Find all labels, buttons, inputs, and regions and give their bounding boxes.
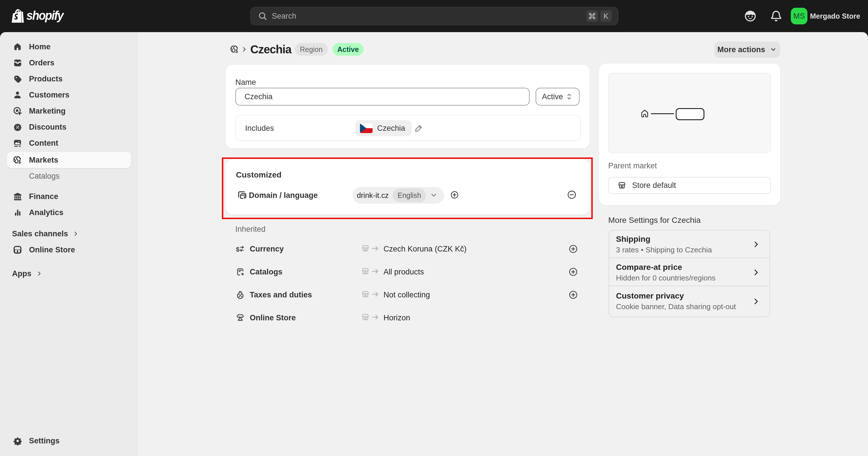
- svg-text:$: $: [236, 246, 240, 253]
- svg-text:$: $: [235, 48, 238, 54]
- svg-text:$: $: [18, 159, 21, 164]
